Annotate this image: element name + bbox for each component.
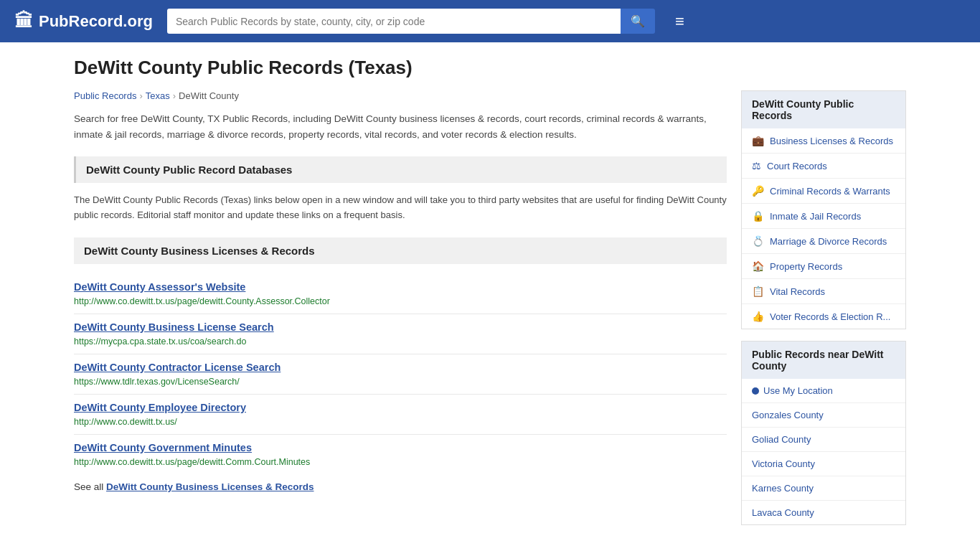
sidebar-nearby-box: Public Records near DeWitt County Use My… bbox=[741, 341, 906, 525]
breadcrumb-sep-1: › bbox=[139, 90, 142, 101]
sidebar-item-label: Victoria County bbox=[752, 458, 815, 469]
db-entry-title-3[interactable]: DeWitt County Contractor License Search bbox=[74, 362, 727, 373]
list-item: 💍 Marriage & Divorce Records bbox=[742, 229, 905, 254]
location-dot-icon bbox=[752, 387, 759, 395]
list-item: Gonzales County bbox=[742, 403, 905, 428]
hamburger-icon: ≡ bbox=[675, 12, 684, 30]
sidebar-item-label: Karnes County bbox=[752, 483, 814, 494]
sidebar-records-box: DeWitt County Public Records 💼 Business … bbox=[741, 90, 906, 329]
db-entry: DeWitt County Business License Search ht… bbox=[74, 314, 727, 354]
list-item: 💼 Business Licenses & Records bbox=[742, 128, 905, 154]
list-item: 👍 Voter Records & Election R... bbox=[742, 304, 905, 329]
house-icon: 🏠 bbox=[752, 260, 764, 272]
list-item: ⚖ Court Records bbox=[742, 154, 905, 179]
breadcrumb-sep-2: › bbox=[173, 90, 176, 101]
db-entry: DeWitt County Contractor License Search … bbox=[74, 354, 727, 395]
sidebar-item-label: Voter Records & Election R... bbox=[770, 311, 890, 322]
db-entry: DeWitt County Assessor's Website http://… bbox=[74, 274, 727, 314]
clipboard-icon: 📋 bbox=[752, 286, 764, 297]
sidebar-item-marriage[interactable]: 💍 Marriage & Divorce Records bbox=[742, 229, 905, 253]
sidebar-item-property[interactable]: 🏠 Property Records bbox=[742, 254, 905, 278]
sidebar-item-criminal[interactable]: 🔑 Criminal Records & Warrants bbox=[742, 179, 905, 203]
breadcrumb-public-records[interactable]: Public Records bbox=[74, 90, 136, 101]
sidebar-item-label: Marriage & Divorce Records bbox=[770, 236, 887, 247]
list-item: 🔑 Criminal Records & Warrants bbox=[742, 179, 905, 204]
sidebar-item-vital[interactable]: 📋 Vital Records bbox=[742, 279, 905, 303]
see-all-prefix: See all bbox=[74, 481, 106, 492]
sidebar-item-court[interactable]: ⚖ Court Records bbox=[742, 154, 905, 178]
page-description: Search for free DeWitt County, TX Public… bbox=[74, 111, 727, 142]
db-entry-url-2[interactable]: https://mycpa.cpa.state.tx.us/coa/search… bbox=[74, 336, 246, 347]
db-entry: DeWitt County Government Minutes http://… bbox=[74, 435, 727, 474]
list-item: Goliad County bbox=[742, 428, 905, 452]
hamburger-menu-button[interactable]: ≡ bbox=[675, 12, 684, 31]
list-item: 🔒 Inmate & Jail Records bbox=[742, 204, 905, 229]
page-container: DeWitt County Public Records (Texas) Pub… bbox=[60, 42, 920, 551]
list-item: Use My Location bbox=[742, 379, 905, 403]
db-entry-title-4[interactable]: DeWitt County Employee Directory bbox=[74, 402, 727, 413]
sidebar-item-label: Vital Records bbox=[770, 286, 825, 297]
sidebar-item-voter[interactable]: 👍 Voter Records & Election R... bbox=[742, 304, 905, 329]
sidebar-nearby-title: Public Records near DeWitt County bbox=[742, 342, 905, 379]
sidebar: DeWitt County Public Records 💼 Business … bbox=[741, 90, 906, 537]
site-logo[interactable]: 🏛 PubRecord.org bbox=[14, 10, 153, 32]
scales-icon: ⚖ bbox=[752, 160, 761, 171]
nearby-list: Use My Location Gonzales County Goliad C… bbox=[742, 379, 905, 524]
main-content: Public Records › Texas › DeWitt County S… bbox=[74, 90, 727, 492]
db-entry-title-1[interactable]: DeWitt County Assessor's Website bbox=[74, 281, 727, 293]
briefcase-icon: 💼 bbox=[752, 135, 764, 146]
sidebar-item-label: Business Licenses & Records bbox=[770, 136, 893, 146]
list-item: Karnes County bbox=[742, 476, 905, 501]
list-item: 🏠 Property Records bbox=[742, 254, 905, 279]
breadcrumb-texas[interactable]: Texas bbox=[146, 90, 170, 101]
sidebar-item-label: Gonzales County bbox=[752, 410, 824, 420]
logo-text: PubRecord.org bbox=[39, 12, 153, 31]
sidebar-records-list: 💼 Business Licenses & Records ⚖ Court Re… bbox=[742, 128, 905, 329]
db-entries: DeWitt County Assessor's Website http://… bbox=[74, 274, 727, 474]
sidebar-item-label: Use My Location bbox=[763, 385, 833, 396]
breadcrumb: Public Records › Texas › DeWitt County bbox=[74, 90, 727, 101]
sidebar-item-inmate[interactable]: 🔒 Inmate & Jail Records bbox=[742, 204, 905, 228]
list-item: 📋 Vital Records bbox=[742, 279, 905, 304]
db-entry-url-4[interactable]: http://www.co.dewitt.tx.us/ bbox=[74, 417, 177, 427]
search-area: 🔍 bbox=[167, 9, 655, 34]
see-all-section: See all DeWitt County Business Licenses … bbox=[74, 481, 727, 492]
see-all-link[interactable]: DeWitt County Business Licenses & Record… bbox=[106, 481, 314, 492]
breadcrumb-current: DeWitt County bbox=[179, 90, 239, 101]
business-section-header: DeWitt County Business Licenses & Record… bbox=[74, 237, 727, 264]
search-icon: 🔍 bbox=[631, 15, 645, 27]
db-entry-url-1[interactable]: http://www.co.dewitt.tx.us/page/dewitt.C… bbox=[74, 296, 330, 306]
databases-sub-description: The DeWitt County Public Records (Texas)… bbox=[74, 193, 727, 223]
search-input[interactable] bbox=[167, 9, 621, 34]
logo-icon: 🏛 bbox=[14, 10, 33, 32]
sidebar-item-label: Court Records bbox=[767, 161, 827, 171]
sidebar-item-lavaca[interactable]: Lavaca County bbox=[742, 501, 905, 524]
sidebar-item-label: Goliad County bbox=[752, 434, 811, 445]
sidebar-item-label: Criminal Records & Warrants bbox=[770, 186, 890, 197]
site-header: 🏛 PubRecord.org 🔍 ≡ bbox=[0, 0, 980, 42]
sidebar-item-gonzales[interactable]: Gonzales County bbox=[742, 403, 905, 427]
sidebar-item-label: Inmate & Jail Records bbox=[770, 211, 861, 222]
content-layout: Public Records › Texas › DeWitt County S… bbox=[74, 90, 906, 537]
list-item: Victoria County bbox=[742, 452, 905, 476]
sidebar-item-victoria[interactable]: Victoria County bbox=[742, 452, 905, 476]
sidebar-item-label: Property Records bbox=[770, 261, 842, 272]
ring-icon: 💍 bbox=[752, 235, 764, 247]
search-button[interactable]: 🔍 bbox=[621, 9, 655, 34]
databases-section-header: DeWitt County Public Record Databases bbox=[74, 156, 727, 183]
db-entry-title-2[interactable]: DeWitt County Business License Search bbox=[74, 321, 727, 333]
sidebar-item-business[interactable]: 💼 Business Licenses & Records bbox=[742, 128, 905, 153]
sidebar-records-title: DeWitt County Public Records bbox=[742, 91, 905, 128]
sidebar-item-karnes[interactable]: Karnes County bbox=[742, 476, 905, 500]
db-entry-title-5[interactable]: DeWitt County Government Minutes bbox=[74, 442, 727, 453]
sidebar-item-use-location[interactable]: Use My Location bbox=[742, 379, 905, 402]
sidebar-item-goliad[interactable]: Goliad County bbox=[742, 428, 905, 451]
db-entry-url-5[interactable]: http://www.co.dewitt.tx.us/page/dewitt.C… bbox=[74, 457, 310, 467]
db-entry: DeWitt County Employee Directory http://… bbox=[74, 395, 727, 435]
list-item: Lavaca County bbox=[742, 501, 905, 524]
thumbsup-icon: 👍 bbox=[752, 311, 764, 322]
lock-icon: 🔒 bbox=[752, 210, 764, 222]
key-icon: 🔑 bbox=[752, 185, 764, 197]
page-title: DeWitt County Public Records (Texas) bbox=[74, 57, 906, 79]
db-entry-url-3[interactable]: https://www.tdlr.texas.gov/LicenseSearch… bbox=[74, 377, 240, 387]
